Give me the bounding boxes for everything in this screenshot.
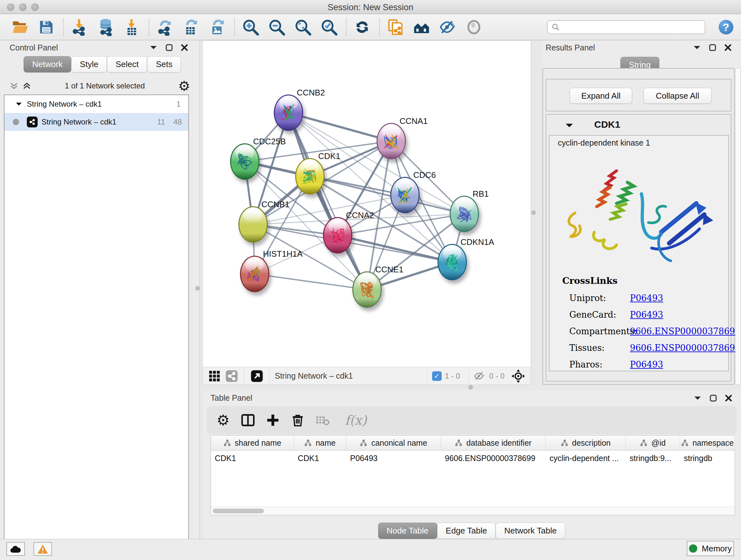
zoom-fit-icon[interactable] <box>293 18 312 37</box>
grid-view-icon[interactable] <box>207 369 222 383</box>
show-columns-icon[interactable] <box>239 411 257 429</box>
table-options-gear-icon[interactable]: ⚙ <box>214 411 232 429</box>
import-network-icon[interactable] <box>70 18 89 37</box>
open-session-icon[interactable] <box>11 18 29 37</box>
tab-edge-table[interactable]: Edge Table <box>437 523 496 539</box>
node-CCNB2[interactable] <box>274 95 303 131</box>
float-panel-icon[interactable] <box>709 44 716 51</box>
edge-CCNA2-CDKN1A[interactable] <box>338 235 452 262</box>
column-header-namespace[interactable]: namespace <box>680 435 735 450</box>
tab-network-table[interactable]: Network Table <box>495 523 565 539</box>
node-CCNA1[interactable] <box>377 123 406 159</box>
crosslink-label: Compartments: <box>569 326 630 336</box>
delete-column-icon[interactable] <box>288 411 307 429</box>
edge-CCNB2-CCNE1[interactable] <box>288 113 367 290</box>
help-icon[interactable]: ? <box>719 20 733 35</box>
import-table-icon[interactable] <box>123 18 141 37</box>
crosslink-link[interactable]: P06493 <box>630 360 663 369</box>
column-header-@id[interactable]: @id <box>626 435 680 450</box>
export-image-icon[interactable] <box>208 18 226 37</box>
node-CDC6[interactable] <box>390 177 420 213</box>
horizontal-splitter-handle[interactable] <box>468 385 473 389</box>
copy-style-icon[interactable] <box>386 18 405 37</box>
column-header-canonical-name[interactable]: canonical name <box>346 435 441 450</box>
expand-all-button[interactable]: Expand All <box>569 88 632 104</box>
cell-namespace[interactable]: stringdb <box>680 450 735 466</box>
save-session-icon[interactable] <box>37 18 56 37</box>
node-CCNB1[interactable] <box>239 206 268 243</box>
crosslink-link[interactable]: P06493 <box>630 293 663 303</box>
memory-button[interactable]: Memory <box>687 541 734 556</box>
cell-description[interactable]: cyclin-dependent ... <box>546 450 626 466</box>
column-header-name[interactable]: name <box>294 435 346 450</box>
column-header-shared-name[interactable]: shared name <box>211 435 294 450</box>
table-hscrollbar[interactable] <box>211 507 735 515</box>
export-network-icon[interactable] <box>156 18 174 37</box>
network-app-view-icon[interactable] <box>224 369 239 383</box>
zoom-selected-icon[interactable] <box>320 18 338 37</box>
network-canvas[interactable]: CCNB2CCNA1CDC25BCDK1CDC6RB1CCNB1CCNA2CDK… <box>203 41 531 367</box>
node-CCNA2[interactable] <box>323 217 352 253</box>
tab-network[interactable]: Network <box>23 56 71 72</box>
search-input[interactable] <box>560 23 701 32</box>
column-header-database-identifier[interactable]: database identifier <box>441 435 546 450</box>
create-column-icon[interactable] <box>264 411 282 429</box>
scrollbar-thumb[interactable] <box>213 509 264 513</box>
tree-expand-icon[interactable] <box>15 102 22 107</box>
node-CDK1[interactable] <box>295 158 325 194</box>
import-network-from-database-icon[interactable] <box>96 18 115 37</box>
tab-select[interactable]: Select <box>107 56 147 72</box>
cell-canonical-name[interactable]: P06493 <box>346 450 441 466</box>
tab-sets[interactable]: Sets <box>147 56 181 72</box>
results-scrollbar[interactable] <box>735 68 741 385</box>
tree-row-collection[interactable]: String Network – cdk1 1 <box>4 95 188 113</box>
cell-database-identifier[interactable]: 9606.ENSP00000378699 <box>441 450 546 466</box>
collapse-all-button[interactable]: Collapse All <box>643 88 712 104</box>
protein-description: cyclin-dependent kinase 1 <box>558 138 650 147</box>
warning-button[interactable] <box>33 542 52 556</box>
close-panel-icon[interactable] <box>181 44 188 51</box>
zoom-in-icon[interactable] <box>241 18 260 37</box>
close-panel-icon[interactable] <box>724 44 731 51</box>
network-options-gear-icon[interactable]: ⚙ <box>177 78 192 94</box>
group-nodes-icon[interactable] <box>412 18 431 37</box>
close-panel-icon[interactable] <box>725 395 732 401</box>
show-all-icon[interactable] <box>465 18 483 37</box>
birds-eye-view-icon[interactable] <box>250 369 264 383</box>
panel-menu-icon[interactable] <box>694 395 701 401</box>
node-RB1[interactable] <box>450 196 479 232</box>
panel-menu-icon[interactable] <box>693 45 701 51</box>
hide-selected-icon[interactable] <box>439 18 457 37</box>
tab-node-table[interactable]: Node Table <box>378 523 437 539</box>
panel-menu-icon[interactable] <box>150 45 157 51</box>
node-CCNE1[interactable] <box>352 271 382 308</box>
selected-checkbox-icon[interactable]: ✓ <box>432 371 442 381</box>
node-CDKN1A[interactable] <box>437 244 467 280</box>
crosslink-link[interactable]: 9606.ENSP00000378699 <box>630 326 740 336</box>
tab-style[interactable]: Style <box>71 56 107 72</box>
tree-row-network[interactable]: String Network – cdk1 11 48 <box>4 113 188 131</box>
float-panel-icon[interactable] <box>165 44 173 51</box>
zoom-out-icon[interactable] <box>267 18 286 37</box>
vertical-splitter-handle[interactable] <box>531 210 536 215</box>
cloud-button[interactable] <box>6 542 25 556</box>
column-header-description[interactable]: description <box>546 435 626 450</box>
table-row[interactable]: CDK1CDK1P064939606.ENSP00000378699cyclin… <box>211 450 735 466</box>
crosslink-link[interactable]: 9606.ENSP00000378699 <box>630 343 740 353</box>
collapse-all-networks-icon[interactable] <box>8 79 20 92</box>
cell-name[interactable]: CDK1 <box>294 450 346 466</box>
export-table-icon[interactable] <box>182 18 200 37</box>
crosslink-link[interactable]: P06493 <box>630 310 663 320</box>
vertical-splitter-handle[interactable] <box>195 286 200 291</box>
apply-layout-icon[interactable] <box>353 18 372 37</box>
expand-all-networks-icon[interactable] <box>20 79 33 92</box>
edge-HIST1H1A-CCNE1[interactable] <box>255 274 367 290</box>
float-panel-icon[interactable] <box>710 395 717 401</box>
cell-shared-name[interactable]: CDK1 <box>211 450 294 466</box>
collapse-section-icon[interactable] <box>565 122 574 129</box>
node-CDC25B[interactable] <box>230 143 259 180</box>
fit-content-icon[interactable] <box>510 368 526 384</box>
node-HIST1H1A[interactable] <box>240 256 269 292</box>
search-field[interactable] <box>547 20 705 34</box>
cell-@id[interactable]: stringdb:9... <box>626 450 680 466</box>
